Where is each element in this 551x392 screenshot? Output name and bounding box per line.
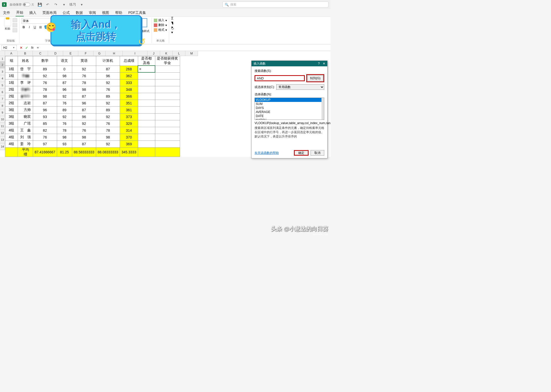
cancel-formula-icon[interactable]: ✕ xyxy=(19,45,24,50)
cell[interactable] xyxy=(138,79,155,86)
copy-icon[interactable] xyxy=(13,23,17,27)
function-list[interactable]: VLOOKUPSUMDAYSAVERAGEDATEMATCHIF xyxy=(255,98,324,120)
cell[interactable]: 88.58333333 xyxy=(72,147,96,157)
cell[interactable]: 361 xyxy=(120,106,138,113)
cell[interactable] xyxy=(138,113,155,120)
cell[interactable]: 晓双 xyxy=(18,113,33,120)
cell[interactable] xyxy=(155,79,180,86)
col-header-I[interactable]: I xyxy=(123,51,147,56)
cell[interactable]: 2组 xyxy=(5,86,18,93)
cell[interactable] xyxy=(155,141,180,147)
row-header-2[interactable]: 2 xyxy=(0,62,5,68)
cell[interactable]: 92 xyxy=(72,120,96,127)
function-item[interactable]: SUM xyxy=(255,102,324,106)
underline-button[interactable]: U xyxy=(33,25,37,29)
cell[interactable]: 373 xyxy=(120,113,138,120)
row-header-14[interactable]: 14 xyxy=(0,143,5,150)
cell[interactable]: 92 xyxy=(72,66,96,72)
cell[interactable]: 2组 xyxy=(5,100,18,106)
col-header-D[interactable]: D xyxy=(48,51,63,56)
function-item[interactable]: DAYS xyxy=(255,106,324,110)
search-function-input[interactable] xyxy=(255,75,305,81)
cell[interactable]: 姜 玲 xyxy=(18,141,33,147)
cell[interactable]: 76 xyxy=(33,79,57,86)
cell[interactable]: 3组 xyxy=(5,113,18,120)
cell[interactable]: 87 xyxy=(72,106,96,113)
row-header-3[interactable]: 3 xyxy=(0,68,5,75)
cell[interactable]: 李▮▮ xyxy=(18,72,33,79)
cell[interactable]: 87 xyxy=(96,66,120,72)
row-header-8[interactable]: 8 xyxy=(0,102,5,109)
cell[interactable]: 348 xyxy=(120,86,138,93)
cell[interactable]: 刘 强 xyxy=(18,134,33,141)
row-header-1[interactable]: 1 xyxy=(0,56,5,62)
col-header-G[interactable]: G xyxy=(93,51,106,56)
cell[interactable]: 89 xyxy=(96,106,120,113)
cell[interactable]: 96 xyxy=(96,72,120,79)
col-header-F[interactable]: F xyxy=(78,51,93,56)
category-select[interactable]: 常用函数 xyxy=(276,84,324,90)
cell[interactable]: 329 xyxy=(120,120,138,127)
cell[interactable]: 78 xyxy=(33,86,57,93)
cell[interactable]: 345.3333 xyxy=(120,147,138,157)
cell[interactable] xyxy=(138,86,155,93)
cell[interactable]: 89 xyxy=(57,106,72,113)
cell[interactable]: 88.08333333 xyxy=(96,147,120,157)
cell[interactable]: 87 xyxy=(72,141,96,147)
cell[interactable] xyxy=(155,72,180,79)
cell[interactable]: 78 xyxy=(96,127,120,134)
col-header-K[interactable]: K xyxy=(160,51,173,56)
cell[interactable]: 黄▮刚 xyxy=(18,86,33,93)
tab-insert[interactable]: 插入 xyxy=(29,10,37,16)
cell[interactable]: 4组 xyxy=(5,134,18,141)
cell[interactable]: 366 xyxy=(120,93,138,100)
cell[interactable] xyxy=(138,134,155,141)
cell[interactable]: 76 xyxy=(72,72,96,79)
scrollbar[interactable] xyxy=(321,98,324,120)
cell[interactable]: 78 xyxy=(57,127,72,134)
insert-cells-button[interactable]: 插入 ▾ xyxy=(154,18,167,22)
bold-button[interactable]: B xyxy=(21,25,26,29)
cancel-button[interactable]: 取消 xyxy=(311,150,324,156)
cell[interactable]: 268 xyxy=(120,66,138,72)
formula-input[interactable] xyxy=(35,45,331,50)
cell[interactable] xyxy=(138,120,155,127)
goto-button[interactable]: 转到(G) xyxy=(307,75,323,81)
cell[interactable] xyxy=(155,86,180,93)
cell[interactable]: 81.25 xyxy=(57,147,72,157)
format-painter-icon[interactable] xyxy=(13,28,17,32)
cell[interactable]: 89 xyxy=(33,66,57,72)
col-header-L[interactable]: L xyxy=(173,51,185,56)
cell[interactable]: 87 xyxy=(72,93,96,100)
cell[interactable]: 98 xyxy=(57,72,72,79)
paste-button[interactable]: 粘贴 xyxy=(4,18,11,31)
dialog-titlebar[interactable]: 插入函数 ? ✕ xyxy=(252,61,327,66)
clear-icon[interactable]: ◇ ▾ xyxy=(171,28,175,32)
cell[interactable]: 4组 xyxy=(5,127,18,134)
cell[interactable] xyxy=(155,120,180,127)
cell[interactable]: 85 xyxy=(33,120,57,127)
name-box-dropdown-icon[interactable]: ▼ xyxy=(13,46,15,49)
cell[interactable]: 李 评 xyxy=(18,79,33,86)
search-box[interactable]: 🔍 搜索 xyxy=(222,2,329,8)
cell[interactable]: 76 xyxy=(72,127,96,134)
cell[interactable]: 87 xyxy=(33,100,57,106)
redo-icon[interactable]: ↷ xyxy=(53,2,58,7)
cell[interactable] xyxy=(138,141,155,147)
cell[interactable]: 351 xyxy=(120,100,138,106)
cell[interactable]: 87 xyxy=(57,79,72,86)
cell[interactable]: = xyxy=(138,66,155,72)
cell[interactable] xyxy=(155,66,180,72)
cell[interactable] xyxy=(138,147,155,157)
cell[interactable]: 96 xyxy=(72,100,96,106)
col-header-E[interactable]: E xyxy=(63,51,78,56)
cell[interactable]: 92 xyxy=(57,113,72,120)
col-header-B[interactable]: B xyxy=(18,51,33,56)
ok-button[interactable]: 确定 xyxy=(294,150,309,156)
cell[interactable] xyxy=(138,106,155,113)
help-link[interactable]: 有关该函数的帮助 xyxy=(255,151,279,155)
border-button[interactable]: ⊞ xyxy=(38,25,43,29)
cell[interactable] xyxy=(138,93,155,100)
cell[interactable]: 方帅 xyxy=(18,106,33,113)
cell[interactable]: 92 xyxy=(96,100,120,106)
